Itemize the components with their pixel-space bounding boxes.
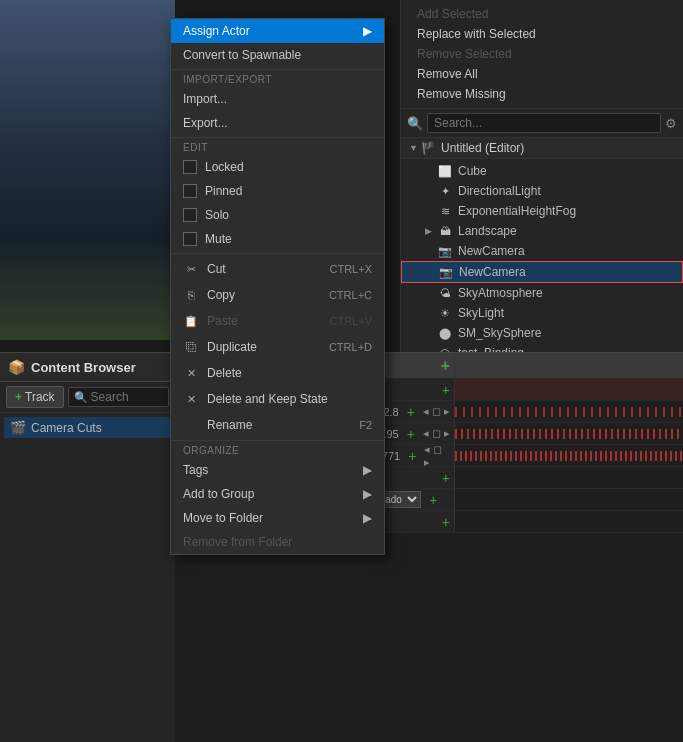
remove-from-folder-label: Remove from Folder <box>183 535 292 549</box>
focal-timeline <box>455 423 683 444</box>
tags-arrow-icon: ▶ <box>363 463 372 477</box>
rename-shortcut: F2 <box>359 419 372 431</box>
cut-icon: ✂ <box>183 261 199 277</box>
content-browser-search-bar: 🔍 <box>68 387 169 407</box>
aperture-add-icon[interactable]: + <box>407 404 415 420</box>
camera-cuts-label: Camera Cuts <box>31 421 102 435</box>
focus-add-icon[interactable]: + <box>408 448 416 464</box>
search-icon: 🔍 <box>407 116 423 131</box>
track-50mm-add-icon[interactable]: + <box>441 357 450 375</box>
delete-menu-item[interactable]: ✕ Delete <box>171 360 384 386</box>
content-browser-camera-cuts[interactable]: 🎬 Camera Cuts <box>4 417 171 438</box>
tree-item-label: SkyAtmosphere <box>458 286 543 300</box>
add-to-group-arrow-icon: ▶ <box>363 487 372 501</box>
paste-label: Paste <box>207 314 238 328</box>
camera-icon-1: 📷 <box>437 243 453 259</box>
assign-actor-menu-item[interactable]: Assign Actor ▶ <box>171 19 384 43</box>
tree-item-cube[interactable]: ⬜ Cube <box>401 161 683 181</box>
tree-item-directionallight[interactable]: ✦ DirectionalLight <box>401 181 683 201</box>
tree-item-skylight[interactable]: ☀ SkyLight <box>401 303 683 323</box>
tags-label: Tags <box>183 463 208 477</box>
duplicate-menu-item[interactable]: ⿻ Duplicate CTRL+D <box>171 334 384 360</box>
delete-icon: ✕ <box>183 365 199 381</box>
tree-item-skyatmosphere[interactable]: 🌤 SkyAtmosphere <box>401 283 683 303</box>
tree-item-label: DirectionalLight <box>458 184 541 198</box>
gear-icon[interactable]: ⚙ <box>665 116 677 131</box>
directionallight-icon: ✦ <box>437 183 453 199</box>
assign-actor-arrow-icon: ▶ <box>363 24 372 38</box>
convert-spawnable-label: Convert to Spawnable <box>183 48 301 62</box>
import-menu-item[interactable]: Import... <box>171 87 384 111</box>
import-export-section-label: IMPORT/EXPORT <box>171 69 384 87</box>
copy-menu-item[interactable]: ⎘ Copy CTRL+C <box>171 282 384 308</box>
cube-icon: ⬜ <box>437 163 453 179</box>
transform-timeline <box>455 511 683 532</box>
track-plus-icon: + <box>15 390 22 404</box>
mute-menu-item[interactable]: Mute <box>171 227 384 251</box>
paste-menu-item[interactable]: 📋 Paste CTRL+V <box>171 308 384 334</box>
cut-label: Cut <box>207 262 226 276</box>
move-to-folder-label: Move to Folder <box>183 511 263 525</box>
content-browser-panel: 📦 Content Browser + Track 🔍 🎬 Camera Cut… <box>0 352 175 742</box>
pinned-checkbox <box>183 184 197 198</box>
duplicate-shortcut: CTRL+D <box>329 341 372 353</box>
content-browser-content: 🎬 Camera Cuts <box>0 413 175 742</box>
edit-section-label: EDIT <box>171 137 384 155</box>
material-add-icon[interactable]: + <box>429 492 437 508</box>
export-menu-item[interactable]: Export... <box>171 111 384 135</box>
locked-menu-item[interactable]: Locked <box>171 155 384 179</box>
copy-label: Copy <box>207 288 235 302</box>
root-label: Untitled (Editor) <box>441 141 524 155</box>
pinned-label: Pinned <box>205 184 242 198</box>
focal-key-icons[interactable]: ◂ ◻ ▸ <box>423 427 450 440</box>
add-selected-btn[interactable]: Add Selected <box>409 4 675 24</box>
locked-checkbox <box>183 160 197 174</box>
transform-add-icon[interactable]: + <box>442 514 450 530</box>
outliner-actions: Add Selected Replace with Selected Remov… <box>401 0 683 109</box>
pinned-menu-item[interactable]: Pinned <box>171 179 384 203</box>
remove-missing-btn[interactable]: Remove Missing <box>409 84 675 104</box>
tree-item-label: NewCamera <box>458 244 525 258</box>
cut-menu-item[interactable]: ✂ Cut CTRL+X <box>171 256 384 282</box>
tree-item-landscape[interactable]: ▶ 🏔 Landscape <box>401 221 683 241</box>
paste-icon: 📋 <box>183 313 199 329</box>
tree-item-label: Landscape <box>458 224 517 238</box>
remove-from-folder-menu-item[interactable]: Remove from Folder <box>171 530 384 554</box>
content-browser-search-input[interactable] <box>91 390 163 404</box>
viewport-panel <box>0 0 175 340</box>
aperture-key-icons[interactable]: ◂ ◻ ▸ <box>423 405 450 418</box>
add-to-group-menu-item[interactable]: Add to Group ▶ <box>171 482 384 506</box>
outliner-root: ▼ 🏴 Untitled (Editor) <box>401 138 683 159</box>
tree-item-label: Cube <box>458 164 487 178</box>
landscape-icon: 🏔 <box>437 223 453 239</box>
rename-label: Rename <box>207 418 252 432</box>
cameracomponent-add-icon[interactable]: + <box>442 382 450 398</box>
root-arrow-icon: ▼ <box>409 143 419 153</box>
paste-shortcut: CTRL+V <box>330 315 373 327</box>
remove-all-btn[interactable]: Remove All <box>409 64 675 84</box>
solo-menu-item[interactable]: Solo <box>171 203 384 227</box>
skyatmosphere-icon: 🌤 <box>437 285 453 301</box>
track-button[interactable]: + Track <box>6 386 64 408</box>
replace-with-selected-btn[interactable]: Replace with Selected <box>409 24 675 44</box>
focal-add-icon[interactable]: + <box>407 426 415 442</box>
outliner-search-input[interactable] <box>427 113 661 133</box>
imageplate-add-icon[interactable]: + <box>442 470 450 486</box>
tree-item-exponentialheightfog[interactable]: ≋ ExponentialHeightFog <box>401 201 683 221</box>
copy-icon: ⎘ <box>183 287 199 303</box>
material-timeline <box>455 489 683 510</box>
mute-label: Mute <box>205 232 232 246</box>
aperture-value: 2.8 <box>383 406 398 418</box>
convert-to-spawnable-menu-item[interactable]: Convert to Spawnable <box>171 43 384 67</box>
delete-keep-state-menu-item[interactable]: ✕ Delete and Keep State <box>171 386 384 412</box>
copy-shortcut: CTRL+C <box>329 289 372 301</box>
rename-menu-item[interactable]: Rename F2 <box>171 412 384 438</box>
tree-item-label: ExponentialHeightFog <box>458 204 576 218</box>
move-to-folder-menu-item[interactable]: Move to Folder ▶ <box>171 506 384 530</box>
remove-selected-btn[interactable]: Remove Selected <box>409 44 675 64</box>
tree-item-newcamera-2[interactable]: 📷 NewCamera <box>401 261 683 283</box>
tags-menu-item[interactable]: Tags ▶ <box>171 458 384 482</box>
tree-item-sm-skysphere[interactable]: ⬤ SM_SkySphere <box>401 323 683 343</box>
tree-item-newcamera-1[interactable]: 📷 NewCamera <box>401 241 683 261</box>
focus-key-icons[interactable]: ◂ ◻ ▸ <box>424 443 450 469</box>
